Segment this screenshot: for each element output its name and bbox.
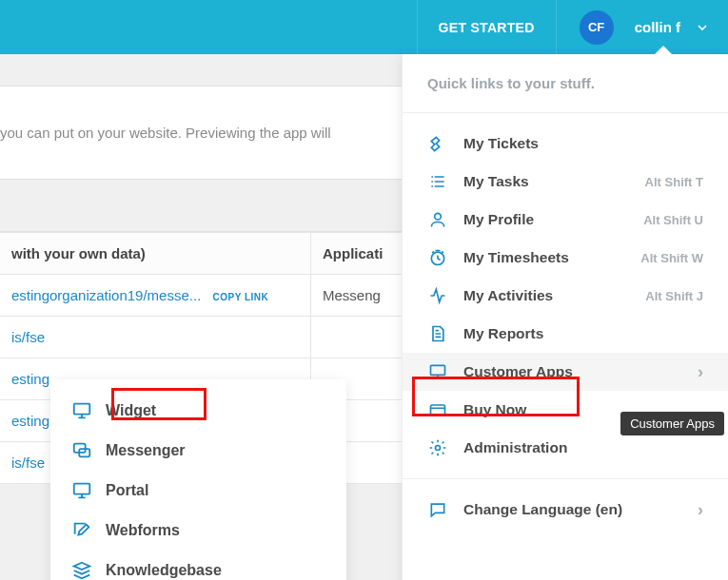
user-menu-toggle[interactable]: CF collin f — [557, 0, 728, 54]
menu-item-label: Change Language (en) — [463, 501, 622, 518]
menu-item-my-tasks[interactable]: My Tasks Alt Shift T — [403, 163, 728, 201]
menu-item-label: My Activities — [463, 287, 553, 304]
user-icon — [427, 209, 448, 230]
menu-item-customer-apps[interactable]: Customer Apps › — [403, 353, 728, 391]
menu-item-label: My Tickets — [463, 135, 539, 152]
menu-item-label: Buy Now — [463, 401, 526, 418]
monitor-icon — [71, 480, 92, 501]
menu-item-label: Administration — [463, 439, 567, 456]
menu-item-my-profile[interactable]: My Profile Alt Shift U — [403, 201, 728, 239]
tooltip: Customer Apps — [620, 412, 724, 435]
copy-link-button[interactable]: COPY LINK — [212, 292, 268, 302]
menu-item-my-activities[interactable]: My Activities Alt Shift J — [403, 277, 728, 315]
app-url-link[interactable]: is/fse — [11, 454, 45, 471]
menu-item-label: Customer Apps — [463, 363, 573, 380]
menu-item-label: My Timesheets — [463, 249, 569, 266]
popover-item-messenger[interactable]: Messenger — [50, 431, 346, 471]
messages-icon — [71, 440, 92, 461]
popover-item-label: Webforms — [106, 522, 180, 539]
app-url-link[interactable]: is/fse — [11, 329, 45, 345]
gear-icon — [427, 437, 448, 458]
chevron-right-icon: › — [698, 500, 703, 520]
user-name: collin f — [635, 19, 680, 35]
svg-rect-0 — [74, 404, 90, 415]
document-icon — [427, 323, 448, 344]
pencil-square-icon — [71, 520, 92, 541]
menu-item-change-language[interactable]: Change Language (en) › — [403, 491, 728, 529]
svg-rect-7 — [431, 405, 445, 416]
popover-item-label: Widget — [106, 402, 156, 419]
activity-icon — [427, 285, 448, 306]
popover-item-label: Messenger — [106, 442, 186, 459]
panel-header: Quick links to your stuff. — [403, 54, 728, 113]
svg-point-8 — [436, 446, 441, 451]
popover-item-portal[interactable]: Portal — [50, 471, 346, 511]
popover-item-label: Knowledgebase — [106, 562, 222, 579]
svg-rect-3 — [74, 484, 90, 494]
chevron-right-icon: › — [698, 362, 703, 382]
popover-item-label: Portal — [106, 482, 148, 499]
panel-list: My Tickets My Tasks Alt Shift T My Profi… — [403, 113, 728, 540]
layers-icon — [71, 560, 92, 580]
separator — [403, 478, 728, 479]
clock-icon — [427, 247, 448, 268]
app-type-popover: Widget Messenger Portal Webforms Knowled… — [50, 379, 346, 580]
avatar: CF — [580, 10, 614, 45]
popover-item-knowledgebase[interactable]: Knowledgebase — [50, 551, 346, 580]
app-url-link[interactable]: estingorganization19/messe... — [11, 287, 201, 303]
app-url-link[interactable]: esting — [11, 371, 49, 387]
table-cell-url: is/fse — [0, 317, 311, 358]
popover-item-widget[interactable]: Widget — [50, 391, 346, 431]
menu-item-my-tickets[interactable]: My Tickets — [403, 125, 728, 163]
menu-item-my-reports[interactable]: My Reports — [403, 315, 728, 353]
svg-point-4 — [435, 213, 442, 220]
chevron-down-icon — [698, 25, 707, 30]
popover-item-webforms[interactable]: Webforms — [50, 511, 346, 551]
ticket-icon — [427, 133, 448, 154]
card-icon — [427, 399, 448, 420]
app-url-link[interactable]: esting — [11, 413, 49, 429]
col-header-url: with your own data) — [0, 232, 311, 274]
keyboard-shortcut: Alt Shift J — [645, 289, 703, 303]
table-cell-url: estingorganization19/messe... COPY LINK — [0, 275, 311, 316]
menu-item-label: My Profile — [463, 211, 534, 228]
monitor-icon — [427, 361, 448, 382]
top-bar: GET STARTED CF collin f — [0, 0, 728, 54]
get-started-button[interactable]: GET STARTED — [417, 0, 557, 54]
menu-item-label: My Tasks — [463, 173, 529, 190]
menu-item-my-timesheets[interactable]: My Timesheets Alt Shift W — [403, 239, 728, 277]
quick-links-panel: Quick links to your stuff. My Tickets My… — [402, 54, 728, 580]
keyboard-shortcut: Alt Shift U — [643, 213, 703, 227]
menu-item-label: My Reports — [463, 325, 543, 342]
keyboard-shortcut: Alt Shift W — [640, 251, 703, 265]
svg-rect-6 — [431, 365, 445, 375]
monitor-icon — [71, 400, 92, 421]
list-icon — [427, 171, 448, 192]
chat-icon — [427, 499, 448, 520]
keyboard-shortcut: Alt Shift T — [645, 175, 703, 189]
